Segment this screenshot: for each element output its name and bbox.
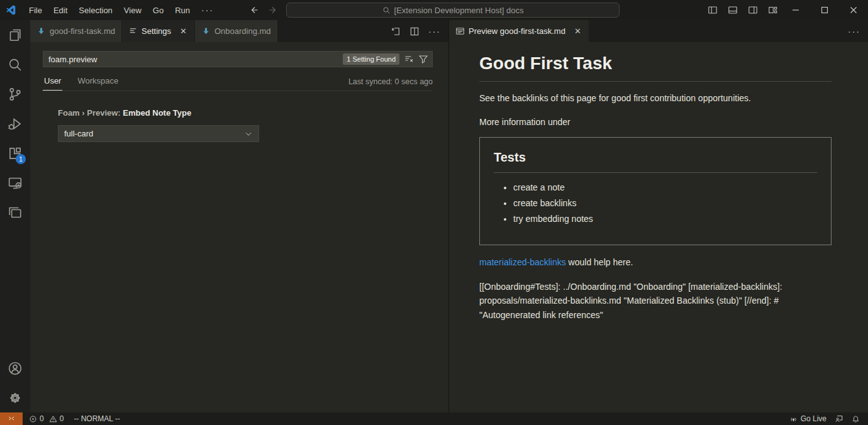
title-bar: File Edit Selection View Go Run ··· [Ext… (0, 0, 868, 20)
menu-edit[interactable]: Edit (48, 3, 73, 18)
notifications-bell-icon[interactable] (852, 415, 860, 423)
accounts-icon[interactable] (0, 353, 30, 383)
tab-preview-good-first-task[interactable]: Preview good-first-task.md ✕ (449, 20, 589, 42)
explorer-icon[interactable] (0, 20, 30, 50)
tab-label: Preview good-first-task.md (469, 26, 565, 36)
remote-indicator[interactable] (0, 412, 23, 425)
warning-count: 0 (60, 414, 64, 423)
forward-arrow-icon[interactable] (268, 5, 278, 15)
command-center[interactable]: [Extension Development Host] docs (286, 3, 620, 18)
select-value: full-card (64, 129, 93, 138)
editor-group-left: good-first-task.md Settings ✕ Onboarding… (30, 20, 449, 412)
toggle-panel-icon[interactable] (726, 3, 740, 17)
chevron-down-icon (244, 130, 253, 138)
status-bar: 0 0 -- NORMAL -- Go Live (0, 412, 868, 425)
extensions-badge: 1 (16, 154, 26, 164)
embedded-note-card: Tests create a note create backlinks try… (479, 137, 832, 245)
editor-windows-icon[interactable] (0, 197, 30, 227)
menu-selection[interactable]: Selection (73, 3, 118, 18)
embedded-note-title: Tests (494, 150, 817, 173)
split-editor-icon[interactable] (409, 26, 420, 36)
scope-tab-user[interactable]: User (43, 76, 62, 91)
editor-actions-left: ··· (391, 20, 448, 42)
customize-layout-icon[interactable] (766, 3, 780, 17)
settings-search-input[interactable] (43, 52, 343, 67)
extensions-icon[interactable]: 1 (0, 138, 30, 168)
activity-bar: 1 (0, 20, 30, 412)
menu-view[interactable]: View (118, 3, 147, 18)
problems-indicator[interactable]: 0 0 (29, 414, 64, 423)
last-synced-label: Last synced: 0 secs ago (348, 77, 433, 91)
preview-paragraph: materialized-backlinks would help here. (479, 257, 832, 267)
layout-controls (706, 3, 780, 17)
tab-settings[interactable]: Settings ✕ (122, 20, 195, 42)
editor-group-right: Preview good-first-task.md ✕ ··· Good Fi… (449, 20, 868, 412)
settings-editor-icon (128, 26, 138, 36)
more-actions-icon[interactable]: ··· (428, 26, 441, 36)
go-live-button[interactable]: Go Live (789, 414, 826, 423)
markdown-file-icon (201, 26, 211, 36)
link-references-paragraph: [[Onboarding#Tests]: ../Onboarding.md "O… (479, 280, 832, 322)
tab-bar-right: Preview good-first-task.md ✕ ··· (449, 20, 868, 42)
close-tab-icon[interactable]: ✕ (573, 26, 582, 36)
materialized-backlinks-link[interactable]: materialized-backlinks (479, 257, 566, 267)
tab-label: good-first-task.md (50, 26, 115, 36)
tab-good-first-task[interactable]: good-first-task.md (30, 20, 122, 42)
history-nav (249, 5, 278, 15)
go-live-label: Go Live (801, 414, 826, 423)
setting-item-embed-note-type: Foam › Preview: Embed Note Type full-car… (58, 108, 433, 142)
preview-paragraph: See the backlinks of this page for good … (479, 93, 832, 103)
menu-file[interactable]: File (23, 3, 48, 18)
live-share-icon[interactable] (835, 414, 843, 423)
preview-paragraph: More information under (479, 117, 832, 127)
tab-label: Settings (142, 26, 171, 36)
search-sidebar-icon[interactable] (0, 50, 30, 79)
markdown-preview: Good First Task See the backlinks of thi… (449, 42, 868, 412)
search-tools: 1 Setting Found (343, 53, 432, 65)
link-suffix: would help here. (566, 257, 633, 267)
more-actions-icon[interactable]: ··· (848, 26, 860, 36)
maximize-button[interactable] (810, 0, 839, 20)
back-arrow-icon[interactable] (249, 5, 259, 15)
list-item: create backlinks (513, 198, 817, 208)
vscode-logo-icon (6, 4, 17, 16)
menu-bar: File Edit Selection View Go Run ··· (23, 3, 220, 18)
editor-actions-right: ··· (848, 20, 868, 42)
embed-note-type-select[interactable]: full-card (58, 125, 259, 142)
markdown-file-icon (36, 26, 46, 36)
tab-label: Onboarding.md (214, 26, 271, 36)
minimize-button[interactable] (781, 0, 810, 20)
run-debug-icon[interactable] (0, 109, 30, 138)
status-bar-right: Go Live (789, 414, 868, 423)
menu-more[interactable]: ··· (196, 3, 220, 18)
settings-editor: 1 Setting Found User Workspace Last sync… (30, 42, 448, 412)
markdown-preview-icon (455, 26, 465, 36)
window-controls (781, 0, 868, 20)
error-count: 0 (40, 414, 44, 423)
search-icon (382, 6, 391, 14)
scope-tab-workspace[interactable]: Workspace (76, 76, 120, 91)
close-tab-icon[interactable]: ✕ (179, 26, 188, 36)
vim-mode-indicator[interactable]: -- NORMAL -- (74, 414, 120, 423)
settings-gear-icon[interactable] (0, 383, 30, 412)
source-control-icon[interactable] (0, 79, 30, 109)
list-item: try embedding notes (513, 214, 817, 224)
setting-category: Foam › Preview: (58, 108, 123, 118)
preview-title: Good First Task (479, 53, 832, 82)
filter-settings-icon[interactable] (418, 54, 428, 64)
open-settings-json-icon[interactable] (391, 26, 401, 36)
settings-search-box: 1 Setting Found (43, 51, 433, 67)
menu-run[interactable]: Run (169, 3, 196, 18)
close-window-button[interactable] (839, 0, 868, 20)
setting-name: Embed Note Type (123, 108, 191, 118)
toggle-secondary-sidebar-icon[interactable] (746, 3, 760, 17)
vscode-window: File Edit Selection View Go Run ··· [Ext… (0, 0, 868, 425)
embedded-note-list: create a note create backlinks try embed… (494, 182, 817, 224)
settings-scope-tabs: User Workspace Last synced: 0 secs ago (43, 75, 433, 91)
menu-go[interactable]: Go (147, 3, 169, 18)
toggle-sidebar-icon[interactable] (706, 3, 720, 17)
settings-found-badge: 1 Setting Found (343, 53, 399, 65)
remote-explorer-icon[interactable] (0, 168, 30, 197)
clear-search-filters-icon[interactable] (404, 54, 414, 64)
tab-onboarding[interactable]: Onboarding.md (195, 20, 278, 42)
